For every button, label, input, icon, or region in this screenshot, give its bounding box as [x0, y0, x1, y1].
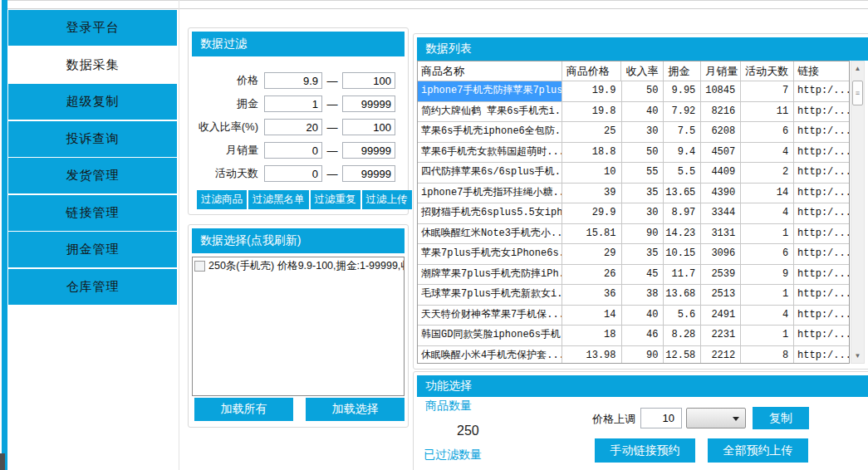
cell-comm[interactable]: 13.68	[664, 285, 701, 305]
cell-price[interactable]: 36	[562, 285, 622, 305]
price-increase-input[interactable]	[640, 408, 682, 428]
filter-min-input-0[interactable]	[264, 72, 322, 89]
checkbox-icon[interactable]	[194, 261, 205, 272]
cell-link[interactable]: http:/...	[794, 326, 849, 345]
cell-sales[interactable]: 2231	[701, 326, 741, 345]
cell-name[interactable]: 休眠唤醒红米Note3手机壳小...	[418, 224, 562, 244]
cell-sales[interactable]: 8216	[701, 102, 741, 122]
cell-rate[interactable]: 50	[622, 81, 664, 101]
sidebar-item-6[interactable]: 拥金管理	[8, 232, 177, 267]
table-row[interactable]: 苹果6手机壳女款韩国超萌时...18.8509.445074http:/...	[418, 143, 849, 164]
cell-sales[interactable]: 2513	[701, 285, 741, 305]
cell-comm[interactable]: 12.58	[664, 346, 701, 365]
column-header-link[interactable]: 链接	[794, 61, 849, 81]
cell-rate[interactable]: 30	[622, 122, 664, 142]
table-row[interactable]: iphone7手机壳防摔苹果7plus...19.9509.95108457ht…	[418, 81, 849, 102]
load-all-button[interactable]: 加载所有	[194, 398, 293, 421]
cell-comm[interactable]: 7.5	[664, 122, 701, 142]
table-row[interactable]: 潮牌苹果7plus手机壳防摔iPh...264511.725399http:/.…	[418, 265, 849, 286]
column-header-name[interactable]: 商品名称	[418, 61, 562, 81]
cell-rate[interactable]: 90	[622, 224, 664, 244]
sidebar-item-7[interactable]: 仓库管理	[8, 269, 177, 305]
cell-name[interactable]: 四代防摔苹果6s/6splus手机...	[418, 163, 562, 183]
cell-link[interactable]: http:/...	[794, 203, 849, 223]
cell-comm[interactable]: 9.95	[664, 81, 701, 101]
cell-rate[interactable]: 45	[622, 265, 664, 285]
filter-min-input-1[interactable]	[264, 95, 322, 112]
cell-comm[interactable]: 14.23	[664, 224, 701, 244]
cell-rate[interactable]: 46	[622, 326, 664, 345]
cell-rate[interactable]: 35	[622, 184, 664, 203]
cell-name[interactable]: 韩国GD同款笑脸iphone6s手机...	[418, 326, 562, 345]
filter-min-input-2[interactable]	[264, 119, 322, 135]
filter-max-input-4[interactable]	[342, 165, 395, 182]
cell-link[interactable]: http:/...	[794, 285, 849, 305]
cell-link[interactable]: http:/...	[794, 122, 849, 142]
table-row[interactable]: 休眠唤醒小米4手机壳保护套...13.989012.5822128http:/.…	[418, 346, 849, 365]
cell-days[interactable]: 4	[741, 203, 794, 223]
cell-name[interactable]: 潮牌苹果7plus手机壳防摔iPh...	[418, 265, 562, 285]
cell-comm[interactable]: 8.97	[664, 203, 701, 223]
sidebar-item-4[interactable]: 发货管理	[8, 158, 177, 193]
cell-name[interactable]: iphone7手机壳防摔苹果7plus...	[418, 81, 562, 101]
filter-min-input-3[interactable]	[264, 142, 322, 159]
cell-price[interactable]: 29	[562, 244, 622, 264]
cell-price[interactable]: 14	[562, 306, 622, 326]
scrollbar-thumb[interactable]: ≡	[852, 81, 863, 105]
cell-name[interactable]: 苹果7plus手机壳女iPhone6s...	[418, 244, 562, 264]
sidebar-item-0[interactable]: 登录平台	[8, 10, 177, 46]
cell-rate[interactable]: 38	[622, 285, 664, 305]
cell-days[interactable]: 8	[741, 346, 794, 365]
cell-comm[interactable]: 11.7	[664, 265, 701, 285]
cell-rate[interactable]: 40	[622, 102, 664, 122]
cell-days[interactable]: 1	[741, 326, 794, 345]
cell-name[interactable]: 简约大牌仙鹤 苹果6s手机壳i...	[418, 102, 562, 122]
cell-price[interactable]: 26	[562, 265, 622, 285]
column-header-days[interactable]: 活动天数	[741, 61, 794, 81]
reserve-upload-all-button[interactable]: 全部预约上传	[708, 438, 808, 463]
filter-button-3[interactable]: 过滤上传	[362, 190, 412, 209]
cell-rate[interactable]: 35	[622, 244, 664, 264]
cell-price[interactable]: 19.9	[562, 81, 622, 101]
cell-name[interactable]: 招财猫手机壳6splus5.5女iph...	[418, 203, 562, 223]
cell-days[interactable]: 4	[741, 143, 794, 163]
cell-rate[interactable]: 55	[622, 163, 664, 183]
cell-price[interactable]: 29.9	[562, 203, 622, 223]
filter-button-0[interactable]: 过滤商品	[197, 190, 247, 209]
cell-name[interactable]: iphone7手机壳指环挂绳小糖...	[418, 184, 562, 203]
cell-price[interactable]: 39	[562, 184, 622, 203]
cell-days[interactable]: 6	[741, 244, 794, 264]
load-selected-button[interactable]: 加载选择	[306, 398, 405, 421]
scroll-up-icon[interactable]: ▲	[851, 61, 864, 76]
table-row[interactable]: 苹果6s手机壳iphone6全包防...25307.562086http:/..…	[418, 122, 849, 143]
cell-days[interactable]: 9	[741, 265, 794, 285]
table-row[interactable]: 苹果7plus手机壳女iPhone6s...293510.1530966http…	[418, 244, 849, 265]
cell-price[interactable]: 25	[562, 122, 622, 142]
cell-comm[interactable]: 8.28	[664, 326, 701, 345]
filter-max-input-1[interactable]	[342, 95, 395, 112]
list-item[interactable]: 250条(手机壳) 价格9.9-100,拥金:1-99999,收	[193, 257, 404, 274]
cell-sales[interactable]: 6208	[701, 122, 741, 142]
cell-link[interactable]: http:/...	[794, 346, 849, 365]
cell-days[interactable]: 7	[741, 81, 794, 101]
cell-link[interactable]: http:/...	[794, 81, 849, 101]
cell-link[interactable]: http:/...	[794, 265, 849, 285]
cell-link[interactable]: http:/...	[794, 244, 849, 264]
manual-link-reserve-button[interactable]: 手动链接预约	[595, 438, 695, 463]
column-header-rate[interactable]: 收入率	[621, 61, 664, 81]
cell-name[interactable]: 苹果6手机壳女款韩国超萌时...	[418, 143, 562, 163]
table-row[interactable]: 天天特价财神爷苹果7手机保...14405.624914http:/...	[418, 306, 849, 326]
cell-sales[interactable]: 4409	[701, 163, 741, 183]
cell-price[interactable]: 19.8	[562, 102, 622, 122]
filter-max-input-0[interactable]	[342, 72, 395, 89]
price-adjust-dropdown[interactable]	[686, 408, 746, 428]
cell-rate[interactable]: 90	[622, 346, 664, 365]
cell-price[interactable]: 18.8	[562, 143, 622, 163]
scroll-down-icon[interactable]: ▼	[851, 349, 864, 363]
cell-sales[interactable]: 2539	[701, 265, 741, 285]
sidebar-item-5[interactable]: 链接管理	[8, 195, 177, 231]
vertical-scrollbar[interactable]: ▲ ≡ ▼	[851, 61, 865, 364]
cell-price[interactable]: 13.98	[562, 346, 622, 365]
cell-sales[interactable]: 3096	[701, 244, 741, 264]
cell-comm[interactable]: 13.65	[664, 184, 701, 203]
